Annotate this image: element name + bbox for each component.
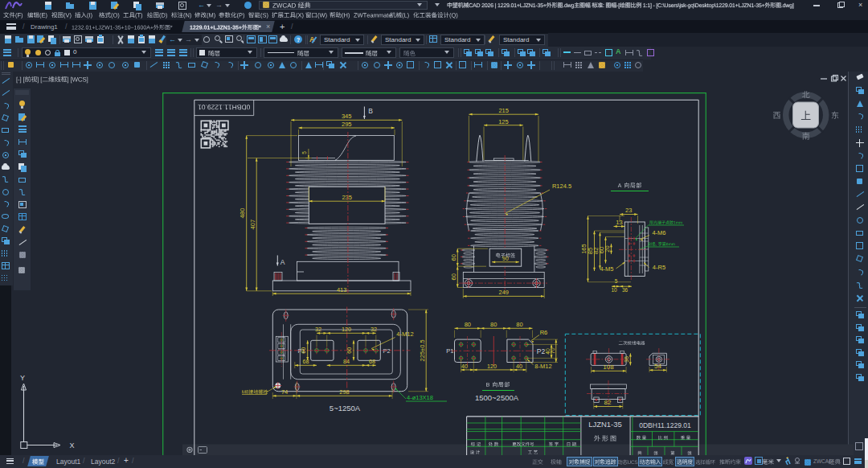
svg-text:Y: Y bbox=[20, 374, 25, 382]
svg-text:225±0.5: 225±0.5 bbox=[419, 339, 426, 361]
svg-text:295: 295 bbox=[342, 121, 352, 128]
svg-text:60: 60 bbox=[300, 347, 307, 354]
svg-text:5: 5 bbox=[301, 151, 307, 154]
svg-text:54: 54 bbox=[654, 363, 661, 370]
svg-text:X: X bbox=[69, 441, 74, 450]
svg-text:298: 298 bbox=[339, 388, 350, 396]
svg-text:215: 215 bbox=[498, 107, 509, 114]
svg-text:4-M6: 4-M6 bbox=[652, 229, 665, 236]
svg-text:36: 36 bbox=[624, 356, 629, 363]
svg-text:84: 84 bbox=[343, 358, 350, 365]
svg-text:120: 120 bbox=[342, 326, 351, 333]
svg-text:125: 125 bbox=[498, 118, 509, 125]
svg-text:P2: P2 bbox=[383, 347, 390, 355]
svg-text:1500~2500A: 1500~2500A bbox=[475, 393, 519, 402]
svg-text:P2: P2 bbox=[537, 347, 546, 355]
svg-text:70: 70 bbox=[550, 347, 555, 354]
svg-text:60: 60 bbox=[346, 347, 354, 354]
svg-text:40: 40 bbox=[461, 363, 468, 370]
svg-text:20: 20 bbox=[604, 245, 611, 252]
svg-text:82: 82 bbox=[604, 399, 612, 406]
svg-text:23: 23 bbox=[625, 207, 632, 214]
svg-text:32: 32 bbox=[371, 326, 377, 333]
svg-text:60: 60 bbox=[450, 273, 457, 280]
svg-text:0DBH11.1229.01: 0DBH11.1229.01 bbox=[639, 421, 691, 429]
svg-text:345: 345 bbox=[342, 113, 352, 120]
svg-text:10: 10 bbox=[611, 287, 617, 293]
svg-text:5~1250A: 5~1250A bbox=[330, 404, 361, 413]
svg-text:4-M12: 4-M12 bbox=[396, 330, 413, 338]
svg-text:413: 413 bbox=[337, 286, 347, 294]
svg-text:480: 480 bbox=[239, 208, 246, 219]
svg-text:74: 74 bbox=[281, 388, 288, 396]
svg-text:90: 90 bbox=[502, 256, 509, 261]
svg-text:LJZN1-35: LJZN1-35 bbox=[588, 420, 622, 429]
svg-text:235: 235 bbox=[342, 194, 352, 201]
svg-text:36: 36 bbox=[622, 287, 628, 293]
svg-text:4-R5: 4-R5 bbox=[653, 264, 665, 271]
svg-text:32: 32 bbox=[315, 326, 321, 333]
svg-text:5: 5 bbox=[615, 278, 618, 284]
svg-text:68: 68 bbox=[369, 358, 375, 365]
svg-text:249: 249 bbox=[498, 289, 509, 296]
svg-text:4-ø13X18: 4-ø13X18 bbox=[407, 394, 433, 401]
svg-text:13: 13 bbox=[616, 219, 622, 226]
svg-text:80: 80 bbox=[516, 321, 522, 328]
svg-text:120: 120 bbox=[487, 363, 497, 370]
svg-text:60: 60 bbox=[450, 254, 457, 261]
svg-text:68: 68 bbox=[303, 358, 309, 365]
svg-text:40: 40 bbox=[516, 363, 522, 370]
svg-text:R124.5: R124.5 bbox=[552, 183, 571, 190]
svg-text:407: 407 bbox=[249, 220, 256, 230]
svg-text:B: B bbox=[368, 107, 373, 115]
svg-text:80: 80 bbox=[465, 321, 471, 328]
svg-text:108: 108 bbox=[603, 363, 614, 371]
svg-text:4-M5: 4-M5 bbox=[600, 265, 613, 273]
svg-text:R6: R6 bbox=[540, 329, 548, 336]
svg-text:80: 80 bbox=[490, 321, 497, 328]
svg-text:8-M12: 8-M12 bbox=[534, 363, 551, 370]
svg-text:P1: P1 bbox=[446, 347, 453, 355]
svg-text:A: A bbox=[280, 258, 285, 266]
